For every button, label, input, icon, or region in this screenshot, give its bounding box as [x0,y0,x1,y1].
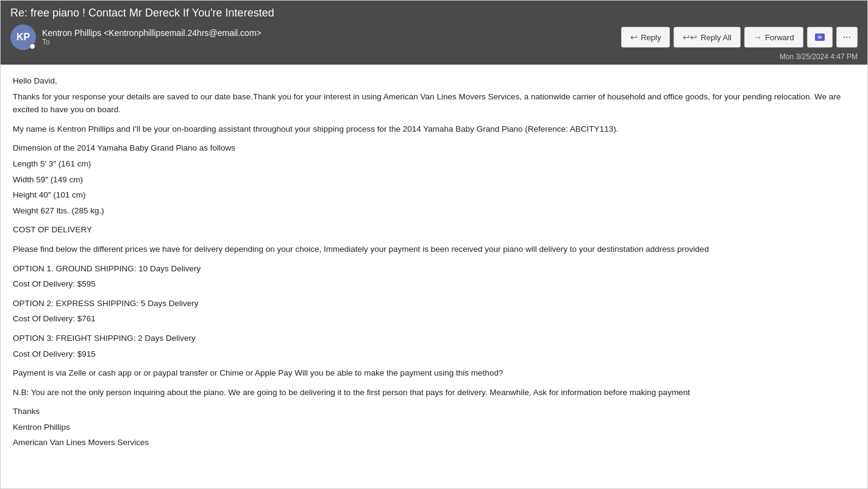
option3-cost: Cost Of Delivery: $915 [13,348,855,361]
sig-name: Kentron Phillips [13,421,855,434]
option3-header: OPTION 3: FREIGHT SHIPPING: 2 Days Deliv… [13,332,855,345]
dimensions-section: Dimension of the 2014 Yamaha Baby Grand … [13,141,855,217]
option1-header: OPTION 1. GROUND SHIPPING: 10 Days Deliv… [13,262,855,276]
teams-button[interactable] [807,27,833,48]
email-timestamp: Mon 3/25/2024 4:47 PM [10,52,858,61]
greeting: Hello David, [13,74,855,88]
svg-point-3 [820,34,823,36]
forward-button[interactable]: → Forward [744,27,803,48]
reply-icon: ↩ [630,32,638,42]
payment-info: Payment is via Zelle or cash app or or p… [13,366,855,380]
more-button[interactable]: ··· [836,27,858,48]
sender-info: KP Kentron Phillips <Kentronphillipsemai… [10,24,261,50]
option2-section: OPTION 2: EXPRESS SHIPPING: 5 Days Deliv… [13,297,855,326]
thanks: Thanks [13,405,855,418]
cost-intro: Please find below the different prices w… [13,243,855,256]
teams-icon [814,31,826,43]
sender-to: To [42,38,261,46]
avatar-dot [29,43,35,49]
option1-cost: Cost Of Delivery: $595 [13,277,855,291]
height: Height 40″ (101 cm) [13,188,855,202]
email-body: Hello David, Thanks for your response yo… [13,74,855,449]
option1-section: OPTION 1. GROUND SHIPPING: 10 Days Deliv… [13,262,855,291]
paragraph-1: Thanks for your response your details ar… [13,90,855,116]
forward-label: Forward [765,33,794,42]
cost-header: COST OF DELIVERY [13,223,855,237]
svg-rect-2 [819,37,821,38]
email-subject: Re: free piano ! Contact Mr Dereck If Yo… [10,7,858,20]
length: Length 5′ 3″ (161 cm) [13,157,855,171]
reply-all-icon: ↩↩ [683,32,697,42]
reply-button[interactable]: ↩ Reply [621,27,670,48]
avatar: KP [10,24,36,50]
option2-header: OPTION 2: EXPRESS SHIPPING: 5 Days Deliv… [13,297,855,310]
option2-cost: Cost Of Delivery: $761 [13,312,855,326]
toolbar-buttons: ↩ Reply ↩↩ Reply All → Forward [621,27,858,48]
reply-all-button[interactable]: ↩↩ Reply All [674,27,741,48]
width: Width 59″ (149 cm) [13,173,855,187]
signature: Thanks Kentron Phillips American Van Lin… [13,405,855,449]
more-icon: ··· [843,32,851,43]
reply-label: Reply [641,33,661,42]
forward-icon: → [753,32,762,42]
sender-details: Kentron Phillips <Kentronphillipsemail.2… [42,28,261,46]
dimensions-header: Dimension of the 2014 Yamaha Baby Grand … [13,141,855,155]
option3-section: OPTION 3: FREIGHT SHIPPING: 2 Days Deliv… [13,332,855,360]
email-body-wrapper[interactable]: Hello David, Thanks for your response yo… [1,65,867,488]
reply-all-label: Reply All [700,33,731,42]
email-container: Re: free piano ! Contact Mr Dereck If Yo… [0,0,868,489]
sig-company: American Van Lines Movers Services [13,436,855,449]
sender-name: Kentron Phillips <Kentronphillipsemail.2… [42,28,261,38]
email-header: Re: free piano ! Contact Mr Dereck If Yo… [1,1,867,65]
weight: Weight 627 lbs. (285 kg.) [13,204,855,218]
paragraph-2: My name is Kentron Phillips and I'll be … [13,123,855,136]
nb: N.B: You are not the only person inquiri… [13,386,855,399]
